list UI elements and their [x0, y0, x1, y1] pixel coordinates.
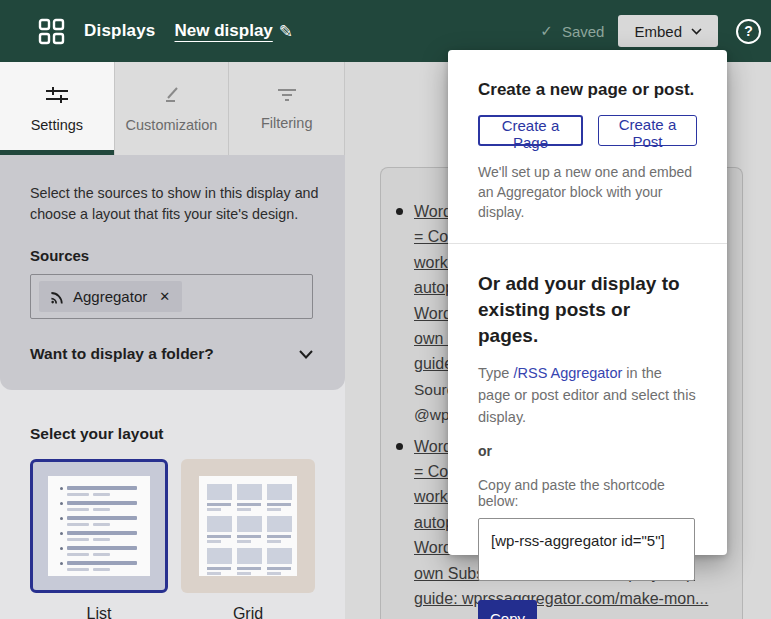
app-window: Displays New display ✎ ✓ Saved Embed ?	[0, 0, 771, 619]
create-page-button[interactable]: Create a Page	[478, 115, 583, 146]
remove-source-icon[interactable]: ✕	[159, 289, 170, 304]
layout-option-grid[interactable]	[181, 459, 315, 593]
edit-name-icon[interactable]: ✎	[279, 21, 293, 42]
chevron-down-icon	[691, 28, 702, 35]
tab-settings-label: Settings	[31, 117, 83, 133]
help-icon: ?	[744, 23, 753, 39]
header-left: Displays New display ✎	[0, 18, 293, 45]
layout-labels: List Grid	[30, 605, 345, 619]
save-status-label: Saved	[562, 23, 605, 40]
embed-button[interactable]: Embed	[618, 15, 718, 47]
apps-grid-icon[interactable]	[38, 18, 65, 45]
layout-option-list[interactable]	[30, 459, 168, 593]
layout-heading: Select your layout	[30, 425, 345, 443]
popover-divider	[448, 243, 727, 244]
sliders-icon	[45, 85, 69, 105]
list-layout-thumbnail	[48, 476, 150, 576]
filter-icon	[277, 87, 297, 103]
check-icon: ✓	[540, 22, 553, 40]
layout-label-list: List	[30, 605, 168, 619]
popover-note: We'll set up a new one and embed an Aggr…	[478, 162, 693, 222]
header-right: ✓ Saved Embed ?	[540, 15, 771, 47]
brush-icon	[161, 85, 183, 105]
tab-filtering[interactable]: Filtering	[229, 62, 344, 155]
chevron-down-icon	[299, 350, 313, 359]
tab-customization-label: Customization	[126, 117, 218, 133]
copy-button[interactable]: Copy	[478, 600, 537, 619]
embed-popover: Create a new page or post. Create a Page…	[448, 50, 727, 555]
source-chip-label: Aggregator	[73, 288, 147, 305]
panel-description: Select the sources to show in this displ…	[30, 183, 326, 225]
source-chip: Aggregator ✕	[39, 281, 182, 312]
settings-tab-bar: Settings Customization Filtering	[0, 62, 345, 155]
popover-buttons: Create a Page Create a Post	[478, 115, 697, 146]
sources-label: Sources	[30, 247, 315, 264]
save-status: ✓ Saved	[540, 22, 604, 40]
popover-heading-2: Or add your display to existing posts or…	[478, 271, 688, 349]
tab-customization[interactable]: Customization	[115, 62, 230, 155]
sources-input[interactable]: Aggregator ✕	[30, 274, 313, 319]
type-instruction: Type /RSS Aggregator in the page or post…	[478, 362, 697, 428]
tab-settings[interactable]: Settings	[0, 62, 115, 155]
shortcode-field[interactable]	[478, 518, 695, 581]
layout-section: Select your layout List Grid	[0, 425, 345, 619]
or-label: or	[478, 443, 697, 459]
display-name-link[interactable]: New display	[175, 21, 273, 41]
layout-label-grid: Grid	[181, 605, 315, 619]
sources-card: Select the sources to show in this displ…	[0, 155, 345, 390]
settings-panel: Select the sources to show in this displ…	[0, 155, 345, 619]
create-post-button[interactable]: Create a Post	[598, 115, 697, 146]
rss-aggregator-command: /RSS Aggregator	[513, 365, 622, 381]
page-title: Displays	[84, 21, 156, 41]
folder-toggle[interactable]: Want to display a folder?	[30, 345, 313, 363]
shortcode-label: Copy and paste the shortcode below:	[478, 477, 697, 509]
tab-filtering-label: Filtering	[261, 115, 313, 131]
folder-toggle-label: Want to display a folder?	[30, 345, 214, 363]
grid-layout-thumbnail	[199, 476, 297, 576]
layout-cards	[30, 459, 345, 593]
help-button[interactable]: ?	[736, 19, 761, 44]
popover-heading: Create a new page or post.	[478, 80, 697, 100]
embed-button-label: Embed	[634, 23, 682, 40]
rss-icon	[49, 289, 65, 305]
